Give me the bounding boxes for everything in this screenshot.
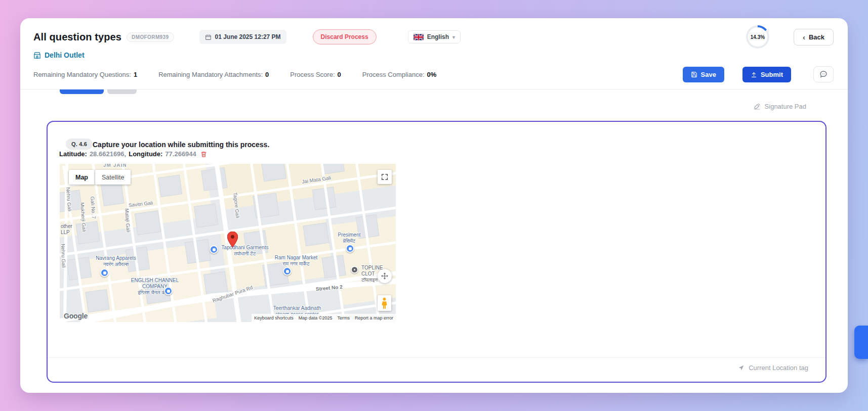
outlet-building-icon [33,52,41,59]
map-label-poi: Presiment प्रेसिमेंट [338,232,360,244]
keyboard-shortcuts-link[interactable]: Keyboard shortcuts [252,314,296,322]
save-button[interactable]: Save [683,67,724,82]
map-type-map-button[interactable]: Map [69,170,95,185]
map-label-poi: Navrang Apparels नवरंग अपैरल्स [96,255,136,267]
progress-percent: 14.3% [751,34,765,40]
current-location-tag: Current Location tag [738,364,808,372]
google-map[interactable]: JM JAIN Jai Mata Gali Savitri Gali Tagor… [60,164,396,322]
trash-icon [200,151,207,158]
pegman-icon [381,297,388,309]
form-datetime-chip: 01 June 2025 12:27 PM [199,30,286,44]
save-label: Save [701,71,716,78]
map-label-area: JM JAIN [103,164,127,168]
comments-button[interactable] [813,66,834,82]
question-card-location: Q. 4.6 Capture your location while submi… [47,121,826,383]
shop-poi-icon[interactable] [346,244,354,253]
map-type-control: Map Satellite [69,170,131,185]
back-label: Back [809,33,824,41]
signature-pad-label: Signature Pad [765,103,806,110]
stat-remaining-attachments: Remaining Mandatory Attachments:0 [158,71,269,78]
stats-row: Remaining Mandatory Questions:1 Remainin… [33,67,834,89]
submit-label: Submit [761,71,783,78]
google-logo[interactable]: Google [64,312,88,320]
language-label: English [427,33,449,40]
question-footer-divider [48,357,825,358]
longitude-value: 77.266944 [165,150,196,158]
latitude-value: 28.6621696, [90,150,126,158]
shop-poi-icon[interactable] [100,268,109,277]
tab-remnant[interactable] [107,89,137,94]
longitude-label: Longitude: [129,150,162,158]
place-marker-icon[interactable] [351,266,358,273]
chevron-left-icon: ‹ [803,33,805,41]
chevron-down-icon: ▾ [452,34,455,40]
stat-process-score: Process Score:0 [290,71,341,78]
navigation-arrow-icon [738,364,745,371]
latitude-label: Latitude: [59,150,87,158]
signature-pen-icon [753,103,761,110]
street-view-pegman-button[interactable] [378,295,391,311]
shop-poi-icon[interactable] [283,267,292,276]
current-location-label: Current Location tag [749,364,808,372]
outlet-name[interactable]: Delhi Outlet [45,51,85,59]
map-label-road: Nehru Gali [60,244,67,268]
app-window: All question types DMOFORM939 01 June 20… [20,18,848,393]
progress-ring: 14.3% [746,25,769,49]
delete-location-button[interactable] [200,151,207,158]
map-data-label: Map data ©2025 [296,314,335,322]
shop-poi-icon[interactable] [164,287,173,295]
calendar-icon [205,34,212,40]
question-text: Capture your location while submitting t… [93,141,269,149]
uk-flag-icon [414,34,424,40]
form-code-badge: DMOFORM939 [127,32,174,42]
question-number-badge: Q. 4.6 [66,139,93,150]
header-top-row: All question types DMOFORM939 01 June 20… [33,28,834,45]
shop-poi-icon[interactable] [210,245,218,254]
map-label-poi: other LLP [61,223,72,236]
map-type-satellite-button[interactable]: Satellite [95,170,131,185]
form-body: Signature Pad Q. 4.6 Capture your locati… [20,89,848,393]
tab-remnant-active[interactable] [60,89,104,94]
language-selector[interactable]: English ▾ [408,30,461,43]
map-label-poi: Ram Nagar Market राम नगर मार्केट [275,255,317,267]
floating-action-button[interactable] [854,326,868,359]
form-header: All question types DMOFORM939 01 June 20… [20,18,848,89]
stat-remaining-questions: Remaining Mandatory Questions:1 [33,71,137,78]
fullscreen-icon [381,173,389,181]
map-footer: Keyboard shortcuts Map data ©2025 Terms … [252,314,396,322]
form-datetime: 01 June 2025 12:27 PM [215,33,281,40]
back-button[interactable]: ‹ Back [794,29,834,45]
report-map-error-link[interactable]: Report a map error [352,314,396,322]
save-icon [691,71,697,78]
stat-process-compliance: Process Compliance:0% [362,71,437,78]
move-arrows-icon [381,272,389,280]
upload-icon [751,71,757,78]
terms-link[interactable]: Terms [335,314,352,322]
submit-button[interactable]: Submit [742,67,791,82]
location-pin-icon[interactable] [227,232,238,247]
signature-pad-tag: Signature Pad [753,103,806,110]
page-title: All question types [33,31,121,43]
coordinates-line: Latitude: 28.6621696, Longitude: 77.2669… [59,150,207,158]
discard-process-button[interactable]: Discard Process [313,29,377,44]
chat-bubble-icon [819,70,828,79]
fullscreen-button[interactable] [378,170,392,184]
outlet-row: Delhi Outlet [33,50,834,61]
pan-control-button[interactable] [378,269,392,283]
